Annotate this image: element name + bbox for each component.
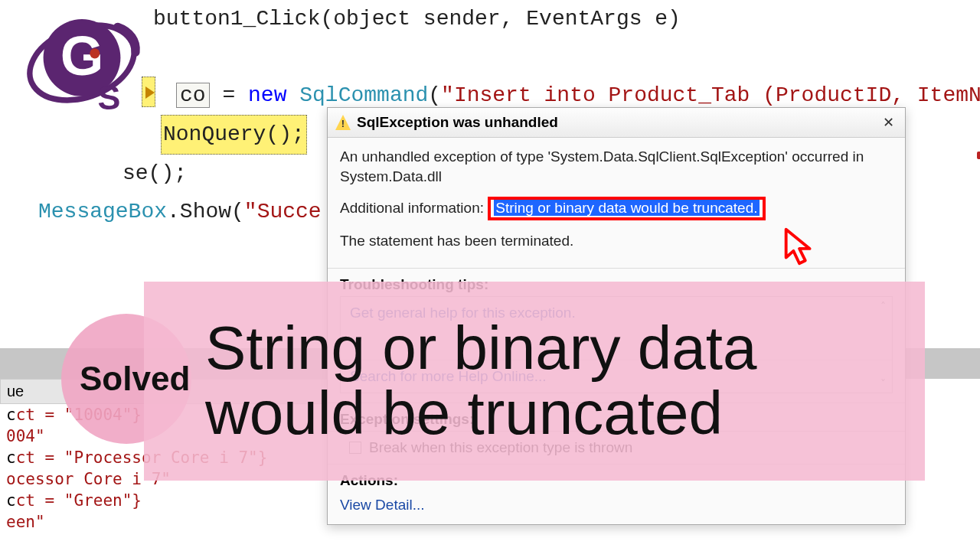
variable-tooltip: co xyxy=(176,83,210,108)
banner-line-2: would be truncated xyxy=(205,381,756,446)
code-text: NonQuery(); xyxy=(163,122,305,146)
code-text: ( xyxy=(428,83,441,107)
warning-icon xyxy=(335,115,351,130)
string-literal: "Succe xyxy=(244,200,322,223)
view-detail-link[interactable]: View Detail... xyxy=(328,492,905,524)
code-text: se(); xyxy=(122,161,187,185)
exception-title: SqlException was unhandled xyxy=(357,114,874,131)
error-message-highlight: String or binary data would be truncated… xyxy=(488,197,765,220)
svg-point-2 xyxy=(90,48,100,58)
title-banner: String or binary data would be truncated xyxy=(144,282,925,481)
close-icon[interactable]: ✕ xyxy=(880,114,897,131)
banner-line-1: String or binary data xyxy=(205,316,756,381)
code-text: .Show( xyxy=(167,200,244,223)
channel-logo: G S xyxy=(9,9,155,116)
keyword-new: new xyxy=(248,83,286,107)
exception-description: An unhandled exception of type 'System.D… xyxy=(340,147,893,186)
additional-info-label: Additional information: xyxy=(340,200,484,216)
code-text: = xyxy=(210,83,248,107)
error-badge-icon xyxy=(977,152,980,159)
code-text: button1_Click(object sender, EventArgs e… xyxy=(153,7,681,31)
type-messagebox: MessageBox xyxy=(38,200,167,223)
statement-terminated: The statement has been terminated. xyxy=(340,231,893,251)
svg-text:S: S xyxy=(98,78,121,116)
string-literal: "Insert into Product_Tab (ProductID, Ite… xyxy=(441,83,980,107)
watch-row[interactable]: een" xyxy=(0,511,329,533)
current-execution-line: NonQuery(); xyxy=(161,115,307,155)
type-sqlcommand: SqlCommand xyxy=(286,83,428,107)
watch-row[interactable]: cct = "Green"} xyxy=(0,490,329,511)
solved-label: Solved xyxy=(80,360,190,398)
